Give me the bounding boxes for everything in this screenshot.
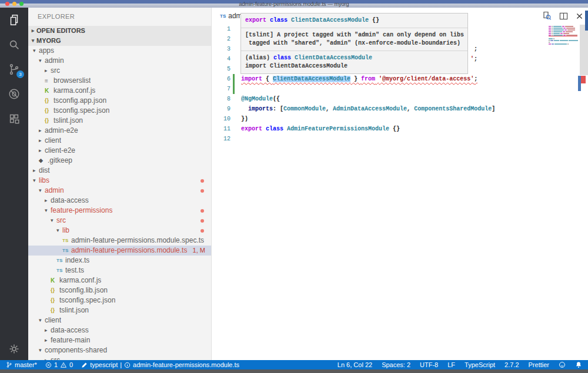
- minimap-segment: [553, 31, 562, 32]
- line-number: 4: [212, 54, 230, 64]
- minimap-row: [549, 28, 578, 29]
- code-line[interactable]: 12: [212, 134, 588, 144]
- close-icon[interactable]: [576, 12, 583, 20]
- tree-item[interactable]: TSadmin-feature-permissions.module.ts1, …: [28, 246, 211, 256]
- tree-item[interactable]: TSadmin-feature-permissions.module.spec.…: [28, 236, 211, 246]
- code-line[interactable]: 7: [212, 84, 588, 94]
- open-changes-icon[interactable]: [542, 11, 552, 21]
- overview-ruler[interactable]: [580, 25, 588, 75]
- tree-item[interactable]: ▸dist: [28, 166, 211, 176]
- tree-item[interactable]: ▾admin: [28, 186, 211, 196]
- minimap-segment: [569, 40, 578, 41]
- section-myorg[interactable]: ▾ MYORG: [28, 36, 211, 46]
- tree-item[interactable]: ▸client: [28, 136, 211, 146]
- minimap-segment: [552, 33, 553, 34]
- minimap-segment: [552, 43, 554, 45]
- minimap-row: [549, 29, 578, 31]
- code-line[interactable]: 6import { ClientDataAccessModule } from …: [212, 74, 588, 84]
- tree-item[interactable]: ▸feature-main: [28, 335, 211, 345]
- json-file-icon: {}: [51, 305, 59, 315]
- close-window-button[interactable]: [5, 2, 9, 6]
- minimap-segment: [553, 38, 554, 39]
- karma-file-icon: K: [45, 86, 54, 96]
- tree-item[interactable]: ▾client: [28, 315, 211, 325]
- debug-icon[interactable]: [0, 82, 28, 106]
- tree-item[interactable]: ▸data-access: [28, 196, 211, 206]
- code-token: ClientDataAccessModule: [291, 17, 369, 23]
- status-item[interactable]: Spaces: 2: [382, 361, 410, 368]
- tree-item[interactable]: ▸client-e2e: [28, 146, 211, 156]
- tree-item[interactable]: ▾admin: [28, 56, 211, 66]
- settings-gear-icon[interactable]: [0, 344, 28, 354]
- notifications-bell-icon[interactable]: [575, 361, 582, 368]
- minimap-segment: [549, 33, 551, 34]
- minimap[interactable]: [549, 26, 578, 47]
- tree-item[interactable]: {}tsconfig.lib.json: [28, 285, 211, 295]
- code-line[interactable]: 11export class AdminFeaturePermissionsMo…: [212, 124, 588, 134]
- tree-item[interactable]: ▸data-access: [28, 325, 211, 335]
- linter-label: typescript: [90, 361, 118, 368]
- zoom-window-button[interactable]: [19, 2, 24, 6]
- tree-item[interactable]: ▾libs: [28, 176, 211, 186]
- tree-item[interactable]: {}tsconfig.spec.json: [28, 106, 211, 116]
- status-item[interactable]: Ln 6, Col 22: [338, 361, 372, 368]
- tree-item[interactable]: ▾src: [28, 216, 211, 226]
- tree-item[interactable]: ▾lib: [28, 226, 211, 236]
- window-bottom-edge: [0, 369, 588, 373]
- status-item[interactable]: Prettier: [529, 361, 549, 368]
- tree-item[interactable]: Kkarma.conf.js: [28, 275, 211, 285]
- tree-item-label: tsconfig.spec.json: [59, 295, 115, 305]
- tree-item[interactable]: {}tslint.json: [28, 305, 211, 315]
- tree-item-label: admin-feature-permissions.module.spec.ts: [71, 236, 204, 246]
- status-item[interactable]: 2.7.2: [505, 361, 519, 368]
- tree-item[interactable]: ▸src: [28, 355, 211, 360]
- tree-item[interactable]: ▾components-shared: [28, 345, 211, 355]
- feedback-smiley-icon[interactable]: [559, 361, 566, 368]
- alias-line: (alias) class ClientDataAccessModule: [245, 54, 463, 62]
- code-token: import: [241, 76, 262, 82]
- tree-item[interactable]: ▸src: [28, 66, 211, 76]
- minimize-window-button[interactable]: [12, 2, 16, 6]
- code-line-text: import { ClientDataAccessModule } from '…: [236, 74, 477, 84]
- explorer-icon[interactable]: [0, 8, 28, 32]
- status-item[interactable]: LF: [447, 361, 455, 368]
- section-open-editors[interactable]: ▸ OPEN EDITORS: [28, 26, 211, 36]
- status-item[interactable]: TypeScript: [465, 361, 495, 368]
- tree-item[interactable]: TSindex.ts: [28, 256, 211, 266]
- tree-item-label: feature-main: [51, 335, 90, 345]
- error-count: 1: [54, 361, 58, 368]
- tree-item[interactable]: ▾feature-permissions: [28, 206, 211, 216]
- tree-item[interactable]: ▾apps: [28, 46, 211, 56]
- tree-item[interactable]: Kkarma.conf.js: [28, 86, 211, 96]
- tree-item[interactable]: ◆.gitkeep: [28, 156, 211, 166]
- minimap-segment: [560, 33, 563, 34]
- git-branch-status[interactable]: master*: [6, 361, 37, 368]
- code-area[interactable]: 123;4';56import { ClientDataAccessModule…: [212, 24, 588, 360]
- problems-status[interactable]: 1 0: [45, 361, 73, 368]
- code-line[interactable]: 10}): [212, 114, 588, 124]
- code-token: }: [350, 76, 361, 82]
- chevron-down-icon: ▾: [39, 315, 45, 325]
- split-editor-icon[interactable]: [559, 12, 568, 21]
- code-token: class: [266, 126, 283, 132]
- extensions-icon[interactable]: [0, 106, 28, 131]
- tree-item[interactable]: {}tsconfig.app.json: [28, 96, 211, 106]
- status-item[interactable]: UTF-8: [420, 361, 438, 368]
- code-line[interactable]: 9 imports: [CommonModule, AdminDataAcces…: [212, 104, 588, 114]
- search-icon[interactable]: [0, 32, 28, 57]
- json-file-icon: {}: [45, 96, 54, 106]
- minimap-row: [549, 26, 578, 27]
- code-line[interactable]: 8@NgModule({: [212, 94, 588, 104]
- minimap-segment: [549, 42, 550, 43]
- chevron-right-icon: ▸: [45, 196, 51, 206]
- source-control-icon[interactable]: 3: [0, 57, 28, 82]
- tree-item[interactable]: TStest.ts: [28, 266, 211, 275]
- linter-status[interactable]: typescript | admin-feature-permissions.m…: [81, 361, 239, 368]
- code-token: imports: [248, 106, 273, 112]
- tree-item[interactable]: {}tsconfig.spec.json: [28, 295, 211, 305]
- minimap-row: [549, 43, 578, 45]
- chevron-down-icon: ▾: [39, 56, 45, 66]
- tree-item[interactable]: ≡browserslist: [28, 76, 211, 86]
- tree-item[interactable]: {}tslint.json: [28, 116, 211, 126]
- tree-item[interactable]: ▸admin-e2e: [28, 126, 211, 136]
